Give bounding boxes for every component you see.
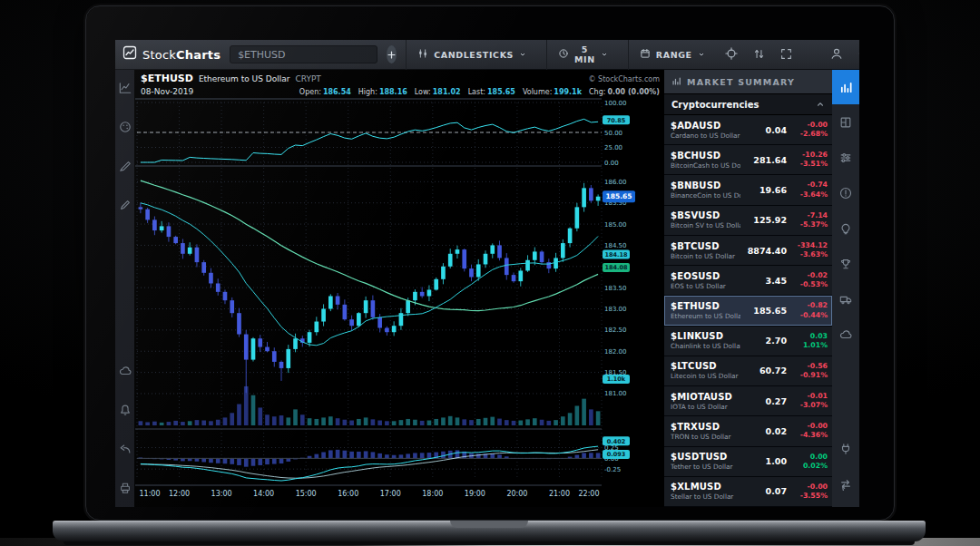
cloud-icon[interactable] xyxy=(832,317,859,352)
vertical-arrows-icon[interactable] xyxy=(753,46,765,63)
toolbar-right-icons: ? xyxy=(725,46,859,63)
alert-circle-icon[interactable] xyxy=(832,175,859,210)
symbol-search-input[interactable] xyxy=(230,45,377,63)
row-change: -334.12 xyxy=(789,241,828,250)
market-summary-row[interactable]: $ETHUSD Ethereum to US Dollar 185.65 -0.… xyxy=(664,296,832,326)
cloud-save-icon[interactable] xyxy=(119,364,132,381)
bar-chart-icon xyxy=(671,76,681,88)
user-account-icon[interactable] xyxy=(830,46,843,63)
row-name: Stellar to US Dollar xyxy=(671,492,740,501)
svg-text:0.00: 0.00 xyxy=(604,160,619,167)
market-summary-row[interactable]: $MIOTAUSD IOTA to US Dollar 0.27 -0.01 -… xyxy=(664,386,832,416)
market-summary-row[interactable]: $ADAUSD Cardano to US Dollar 0.04 -0.00 … xyxy=(664,115,832,145)
price-chart-svg[interactable]: 11:0012:0013:0014:0015:0016:0017:0018:00… xyxy=(135,70,663,507)
pencil-icon[interactable] xyxy=(119,198,132,215)
help-icon[interactable]: ? xyxy=(858,46,859,63)
market-summary-row[interactable]: $XLMUSD Stellar to US Dollar 0.07 -0.00 … xyxy=(664,477,832,507)
settings-sliders-icon[interactable] xyxy=(832,140,859,175)
ohlc-bar: Open:186.54High:188.16Low:181.02Last:185… xyxy=(299,88,660,96)
chart-style-icon[interactable] xyxy=(119,81,132,98)
market-summary-row[interactable]: $LTCUSD Litecoin to US Dollar 60.72 -0.5… xyxy=(664,356,832,386)
chart-type-dropdown[interactable]: CANDLESTICKS xyxy=(406,40,537,70)
print-icon[interactable] xyxy=(119,481,132,498)
svg-text:70.85: 70.85 xyxy=(607,117,626,124)
svg-text:100.00: 100.00 xyxy=(604,100,627,107)
row-value: 3.45 xyxy=(743,276,787,286)
laptop-frame: StockCharts CANDLESTICKS xyxy=(85,5,895,521)
desk-background: StockCharts CANDLESTICKS xyxy=(0,0,980,546)
copyright: © StockCharts.com xyxy=(589,75,660,83)
add-symbol-button[interactable] xyxy=(387,45,397,63)
row-name: Bitcoin SV to US Dollar xyxy=(671,221,740,229)
row-percent: -3.55% xyxy=(789,492,828,501)
crosshair-icon[interactable] xyxy=(725,46,738,63)
row-symbol: $TRXUSD xyxy=(671,422,740,432)
row-change: -0.00 xyxy=(789,422,828,431)
ohlc-item: High:188.16 xyxy=(358,88,407,96)
row-name: TRON to US Dollar xyxy=(671,433,740,441)
ohlc-item: Last:185.65 xyxy=(468,88,515,96)
right-tool-strip xyxy=(832,70,859,507)
laptop-base-notch xyxy=(450,521,528,528)
market-summary-row[interactable]: $LINKUSD Chainlink to US Dollar 2.70 0.0… xyxy=(664,327,832,356)
chevron-up-icon xyxy=(816,100,825,109)
market-summary-tool-icon[interactable] xyxy=(832,70,859,104)
row-value: 0.07 xyxy=(743,486,787,496)
svg-text:22:00: 22:00 xyxy=(578,490,599,498)
market-summary-panel: MARKET SUMMARY Cryptocurrencies $ADAUSD … xyxy=(663,70,832,507)
row-symbol: $ADAUSD xyxy=(671,121,740,131)
row-value: 0.02 xyxy=(743,426,787,436)
svg-text:15:00: 15:00 xyxy=(296,490,317,498)
interval-dropdown[interactable]: 5 MIN xyxy=(546,40,619,70)
cryptocurrencies-group-header[interactable]: Cryptocurrencies xyxy=(664,94,832,115)
laptop-base-shadow xyxy=(64,541,915,545)
row-value: 125.92 xyxy=(743,215,787,225)
truck-icon[interactable] xyxy=(832,281,859,317)
row-change: 0.03 xyxy=(789,332,828,341)
stockcharts-logo[interactable]: StockCharts xyxy=(122,45,220,63)
row-symbol: $ETHUSD xyxy=(671,301,740,311)
row-symbol: $LINKUSD xyxy=(671,331,740,341)
chart-area: $ETHUSD Ethereum to US Dollar CRYPT © St… xyxy=(135,70,663,507)
market-summary-row[interactable]: $USDTUSD Tether to US Dollar 1.00 0.00 0… xyxy=(664,447,832,477)
row-change: -0.00 xyxy=(789,483,828,492)
transfer-swap-icon[interactable] xyxy=(832,466,859,502)
row-symbol: $BTCUSD xyxy=(671,241,740,251)
market-summary-row[interactable]: $BNBUSD BinanceCoin to US Dol... 19.66 -… xyxy=(664,175,832,205)
row-symbol: $BSVUSD xyxy=(671,210,740,220)
market-rows: $ADAUSD Cardano to US Dollar 0.04 -0.00 … xyxy=(664,115,832,507)
row-value: 2.70 xyxy=(743,336,787,346)
row-change: -0.00 xyxy=(789,121,828,130)
fullscreen-icon[interactable] xyxy=(780,46,792,63)
svg-text:50.00: 50.00 xyxy=(604,130,622,137)
row-name: Chainlink to US Dollar xyxy=(671,342,740,350)
row-change: -0.82 xyxy=(789,301,828,310)
row-value: 281.64 xyxy=(743,155,787,165)
range-dropdown[interactable]: RANGE xyxy=(628,40,716,70)
market-summary-row[interactable]: $EOSUSD EOS to US Dollar 3.45 -0.02 -0.5… xyxy=(664,266,832,296)
row-percent: 1.01% xyxy=(789,341,828,350)
alerts-bell-icon[interactable] xyxy=(119,403,132,420)
svg-text:25.00: 25.00 xyxy=(604,144,622,151)
ideas-bulb-icon[interactable] xyxy=(832,210,859,246)
chevron-down-icon xyxy=(601,50,608,60)
layouts-icon[interactable] xyxy=(832,104,859,140)
svg-text:181.00: 181.00 xyxy=(604,390,627,397)
brush-icon[interactable] xyxy=(119,159,132,176)
market-summary-row[interactable]: $BCHUSD BitcoinCash to US Doll... 281.64… xyxy=(664,145,832,175)
svg-text:13:00: 13:00 xyxy=(211,490,232,498)
plugins-icon[interactable] xyxy=(832,431,859,466)
share-icon[interactable] xyxy=(119,442,132,459)
row-value: 185.65 xyxy=(743,306,787,316)
clock-icon xyxy=(558,48,569,61)
svg-text:182.50: 182.50 xyxy=(604,327,627,334)
row-value: 19.66 xyxy=(743,185,787,195)
row-percent: -4.36% xyxy=(789,431,828,440)
market-summary-row[interactable]: $BSVUSD Bitcoin SV to US Dollar 125.92 -… xyxy=(664,206,832,236)
market-summary-row[interactable]: $BTCUSD Bitcoin to US Dollar 8874.40 -33… xyxy=(664,236,832,266)
palette-icon[interactable] xyxy=(119,120,132,137)
trophy-icon[interactable] xyxy=(832,246,859,281)
row-name: Litecoin to US Dollar xyxy=(671,372,740,380)
market-summary-row[interactable]: $TRXUSD TRON to US Dollar 0.02 -0.00 -4.… xyxy=(664,416,832,446)
chart-exchange: CRYPT xyxy=(295,74,320,83)
